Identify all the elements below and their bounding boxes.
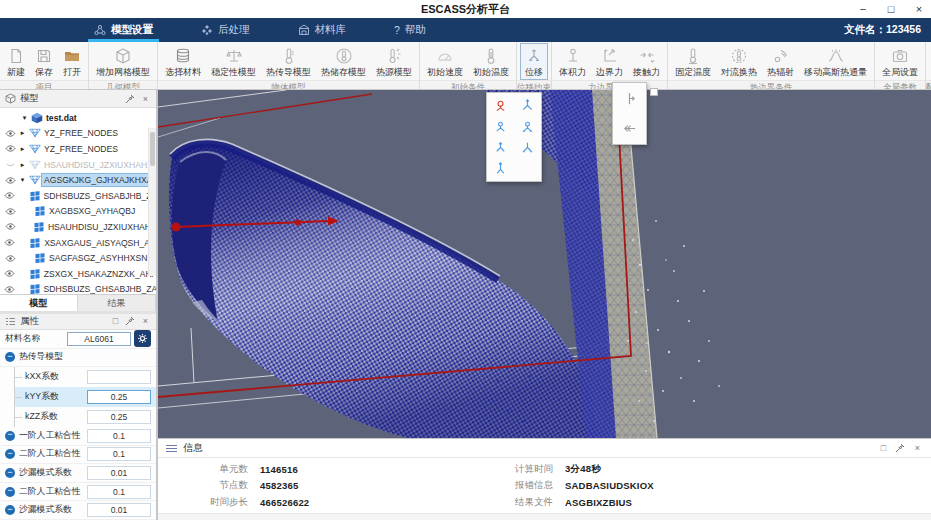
tab-results[interactable]: 结果	[78, 295, 156, 311]
visibility-eye-icon[interactable]	[3, 221, 18, 232]
collapse-arrow-icon[interactable]: ▸	[18, 129, 27, 137]
menu-item-model-settings[interactable]: 模型设置	[70, 18, 177, 42]
menu-item-help[interactable]: ? 帮助	[370, 18, 450, 42]
param-input[interactable]	[87, 485, 151, 499]
material-name-input[interactable]	[67, 332, 131, 346]
conduction-group-header[interactable]: 热传导模型	[0, 349, 156, 368]
visibility-eye-icon[interactable]	[3, 143, 18, 154]
close-panel-icon[interactable]: ×	[912, 443, 923, 453]
tree-root[interactable]: ▾ test.dat	[0, 110, 156, 126]
tree-item[interactable]: XAGBSXG_AYHAQBJ	[0, 204, 156, 220]
menu-item-material-library[interactable]: 材料库	[274, 18, 371, 42]
pin-icon[interactable]	[895, 443, 906, 453]
param-input[interactable]	[87, 429, 151, 443]
param-input[interactable]	[87, 466, 151, 480]
constraint-option-fix-all[interactable]	[487, 95, 514, 116]
collapse-minus-icon[interactable]	[5, 431, 15, 441]
tree-item[interactable]: SDHSBUZS_GHSABJHB_ZAHU	[0, 188, 156, 204]
menu-item-label: 后处理	[218, 23, 250, 37]
tree-item[interactable]: XSAXGAUS_AISYAQSH_ASHX	[0, 235, 156, 251]
left-panel-tabs: 模型 结果	[0, 294, 156, 311]
visibility-hidden-icon[interactable]	[3, 159, 18, 170]
expand-arrow-icon[interactable]: ▾	[20, 114, 29, 122]
heat-conduction-model-button[interactable]: 热传导模型	[261, 43, 316, 80]
constraint-option-2[interactable]	[514, 95, 541, 116]
displacement-button[interactable]: 位移	[520, 43, 548, 80]
tree-item[interactable]: ▸ YZ_FREE_NODES	[0, 141, 156, 157]
constraint-option-6[interactable]	[514, 137, 541, 158]
visibility-eye-icon[interactable]	[3, 284, 16, 294]
close-button[interactable]: ×	[913, 0, 925, 18]
visibility-eye-icon[interactable]	[3, 237, 16, 248]
visibility-eye-icon[interactable]	[3, 175, 18, 186]
initial-velocity-button[interactable]: 初始速度	[422, 43, 468, 80]
visibility-eye-icon[interactable]	[3, 268, 16, 279]
body-force-button[interactable]: 体积力	[554, 43, 591, 80]
contact-option-normal[interactable]	[622, 91, 637, 106]
select-material-button[interactable]: 选择材料	[160, 43, 206, 80]
collapse-minus-icon[interactable]	[5, 449, 15, 459]
tab-model[interactable]: 模型	[0, 295, 78, 311]
visibility-eye-icon[interactable]	[3, 206, 18, 217]
collapse-arrow-icon[interactable]: ▸	[18, 161, 27, 169]
kxx-input[interactable]	[87, 370, 151, 384]
visibility-eye-icon[interactable]	[3, 190, 16, 201]
collapse-arrow-icon[interactable]: ▸	[18, 145, 27, 153]
tree-scrollbar[interactable]	[148, 128, 156, 276]
kyy-input[interactable]	[87, 390, 151, 404]
properties-panel-icon	[5, 316, 16, 327]
collapse-minus-icon[interactable]	[5, 468, 15, 478]
dropdown-handle[interactable]	[650, 88, 658, 96]
material-settings-button[interactable]	[134, 330, 151, 347]
tree-item-selected[interactable]: ▾ AGSGKJKG_GJHXAJKHXA	[0, 172, 156, 188]
tree-item[interactable]: SAGFASGZ_ASYHHXSN	[0, 250, 156, 266]
global-settings-button[interactable]: 全局设置	[877, 43, 923, 80]
constraint-option-5[interactable]	[487, 137, 514, 158]
initial-temperature-button[interactable]: 初始温度	[468, 43, 514, 80]
heat-source-model-button[interactable]: 热源模型	[371, 43, 417, 80]
heat-storage-model-button[interactable]: 热储存模型	[316, 43, 371, 80]
restore-button[interactable]: □	[885, 0, 897, 18]
add-mesh-model-button[interactable]: 增加网格模型	[91, 43, 155, 80]
tree-item[interactable]: ▸ YZ_FREE_NODES	[0, 126, 156, 142]
param-input[interactable]	[87, 503, 151, 517]
pin-icon[interactable]	[125, 316, 136, 326]
collapse-minus-icon[interactable]	[5, 505, 15, 515]
balance-scale-icon	[225, 46, 243, 65]
boundary-force-button[interactable]: 边界力	[591, 43, 628, 80]
menu-item-postprocess[interactable]: 后处理	[177, 18, 274, 42]
constraint-option-3[interactable]	[487, 116, 514, 137]
tree-item-hidden[interactable]: ▸ HSAUHDISU_JZXIUXHAHX	[0, 157, 156, 173]
contact-force-button[interactable]: 接触力	[628, 43, 665, 80]
moving-gaussian-flux-button[interactable]: 移动高斯热通量	[799, 43, 872, 80]
tree-item[interactable]: SDHSBUZS_GHSABJHB_ZAHU	[0, 282, 156, 294]
collapse-minus-icon[interactable]	[5, 487, 15, 497]
viewport-3d[interactable]	[157, 90, 931, 438]
convection-button[interactable]: 对流换热	[716, 43, 762, 80]
fixed-temperature-button[interactable]: 固定温度	[670, 43, 716, 80]
stability-model-button[interactable]: 稳定性模型	[206, 43, 261, 80]
kzz-input[interactable]	[87, 410, 151, 424]
new-button[interactable]: 新建	[2, 43, 30, 80]
tree-item[interactable]: HSAUHDISU_JZXIUXHAHX	[0, 219, 156, 235]
close-panel-icon[interactable]: ×	[140, 94, 151, 104]
param-input[interactable]	[87, 447, 151, 461]
convection-icon	[730, 46, 748, 65]
constraint-option-4[interactable]	[514, 116, 541, 137]
close-panel-icon[interactable]: ×	[140, 316, 151, 326]
scrollbar-thumb[interactable]	[150, 132, 155, 166]
collapse-minus-icon[interactable]	[5, 352, 15, 362]
save-button[interactable]: 保存	[30, 43, 58, 80]
tree-item[interactable]: ZSXGX_HSAKAZNZXK_AHASX	[0, 266, 156, 282]
open-button[interactable]: 打开	[58, 43, 86, 80]
expand-arrow-icon[interactable]: ▾	[18, 176, 27, 184]
radiation-button[interactable]: 热辐射	[762, 43, 799, 80]
constraint-option-7[interactable]	[487, 158, 514, 179]
float-panel-icon[interactable]: □	[878, 443, 889, 453]
visibility-eye-icon[interactable]	[3, 253, 18, 264]
float-panel-icon[interactable]: □	[110, 316, 121, 326]
visibility-eye-icon[interactable]	[3, 128, 18, 139]
pin-icon[interactable]	[125, 94, 136, 104]
minimize-button[interactable]: −	[857, 0, 869, 18]
contact-option-sliding[interactable]	[622, 121, 637, 136]
